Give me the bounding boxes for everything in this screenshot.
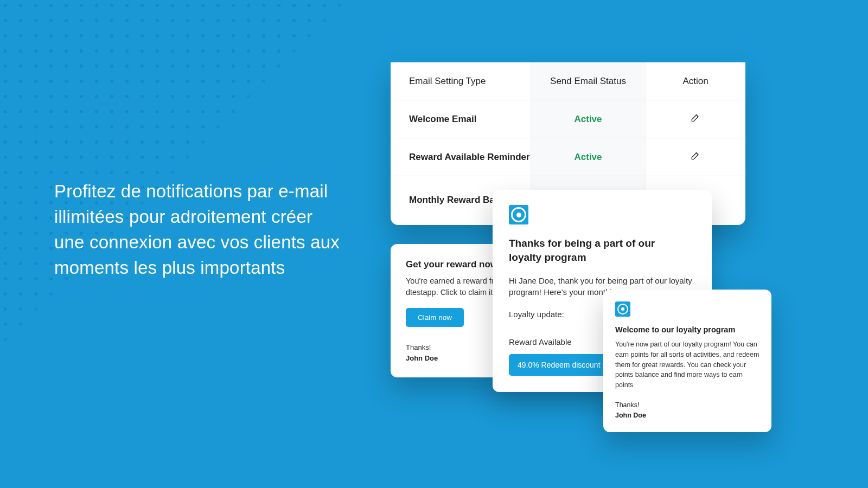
headline-text: Profitez de notifications par e-mail ill… <box>54 179 347 280</box>
table-row: Welcome Email Active <box>391 100 745 138</box>
welcome-signer: John Doe <box>615 410 760 421</box>
table-header-row: Email Setting Type Send Email Status Act… <box>391 62 745 100</box>
welcome-body: You're now part of our loyalty program! … <box>615 339 760 390</box>
row-type: Welcome Email <box>391 114 531 125</box>
welcome-thanks: Thanks! <box>615 400 760 410</box>
claim-now-button[interactable]: Claim now <box>406 308 464 327</box>
row-type: Reward Available Reminder <box>391 152 531 163</box>
loyalty-title: Thanks for being a part of our loyalty p… <box>509 236 672 264</box>
row-status: Active <box>574 152 602 163</box>
brand-logo-icon <box>615 301 630 317</box>
edit-icon[interactable] <box>690 150 701 164</box>
row-status: Active <box>574 114 602 125</box>
brand-logo-icon <box>509 205 528 224</box>
table-row: Reward Available Reminder Active <box>391 138 745 176</box>
col-header-type: Email Setting Type <box>391 76 531 87</box>
col-header-status: Send Email Status <box>531 62 646 100</box>
welcome-title: Welcome to our loyalty program <box>615 325 760 334</box>
col-header-action: Action <box>646 76 745 87</box>
edit-icon[interactable] <box>690 112 701 126</box>
welcome-email-preview: Welcome to our loyalty program You're no… <box>603 290 771 432</box>
